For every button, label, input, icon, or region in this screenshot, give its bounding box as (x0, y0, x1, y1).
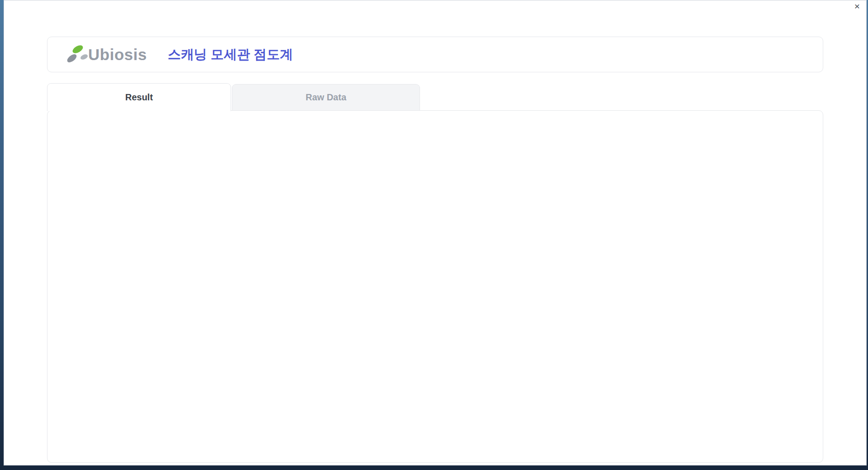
leaf-logo-icon (65, 43, 91, 66)
tab-result[interactable]: Result (47, 83, 231, 111)
app-header: Ubiosis 스캐닝 모세관 점도계 (47, 37, 823, 72)
page-title: 스캐닝 모세관 점도계 (168, 46, 293, 64)
tab-raw-data[interactable]: Raw Data (232, 84, 420, 110)
ubiosis-logo: Ubiosis (65, 43, 147, 66)
close-icon[interactable]: × (854, 1, 860, 11)
app-window: × Ubiosis 스캐닝 모세관 점도계 Result Raw Data Fi… (4, 0, 867, 465)
main-panel (47, 110, 823, 463)
logo-text: Ubiosis (88, 46, 147, 64)
